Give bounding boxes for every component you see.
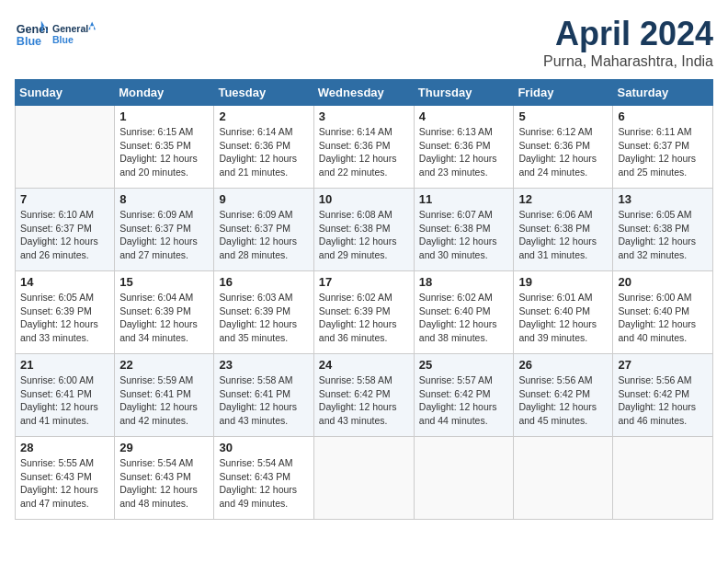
day-number: 28 (20, 441, 109, 454)
calendar-cell: 6Sunrise: 6:11 AM Sunset: 6:37 PM Daylig… (613, 106, 713, 189)
header-day-saturday: Saturday (613, 80, 713, 106)
calendar-cell: 14Sunrise: 6:05 AM Sunset: 6:39 PM Dayli… (16, 271, 115, 354)
day-number: 16 (219, 275, 308, 289)
day-info: Sunrise: 6:02 AM Sunset: 6:39 PM Dayligh… (319, 291, 409, 345)
calendar-week-4: 21Sunrise: 6:00 AM Sunset: 6:41 PM Dayli… (16, 354, 713, 437)
day-number: 10 (319, 192, 409, 206)
day-number: 1 (119, 109, 209, 123)
day-info: Sunrise: 5:58 AM Sunset: 6:41 PM Dayligh… (219, 373, 308, 428)
calendar-cell: 19Sunrise: 6:01 AM Sunset: 6:40 PM Dayli… (514, 271, 613, 354)
calendar-cell: 11Sunrise: 6:07 AM Sunset: 6:38 PM Dayli… (414, 189, 514, 271)
day-number: 5 (518, 109, 608, 123)
day-number: 15 (119, 275, 209, 289)
calendar-cell: 26Sunrise: 5:56 AM Sunset: 6:42 PM Dayli… (514, 354, 613, 437)
day-info: Sunrise: 6:00 AM Sunset: 6:41 PM Dayligh… (20, 373, 109, 428)
calendar-cell (16, 106, 115, 189)
header-day-wednesday: Wednesday (313, 80, 414, 106)
calendar-table: SundayMondayTuesdayWednesdayThursdayFrid… (15, 79, 713, 520)
day-info: Sunrise: 6:05 AM Sunset: 6:38 PM Dayligh… (618, 208, 708, 262)
day-number: 6 (618, 109, 708, 123)
calendar-week-5: 28Sunrise: 5:55 AM Sunset: 6:43 PM Dayli… (16, 437, 713, 520)
page-header: General Blue General Blue April 2024 Pur… (15, 15, 713, 70)
day-info: Sunrise: 6:00 AM Sunset: 6:40 PM Dayligh… (618, 291, 708, 345)
calendar-cell: 4Sunrise: 6:13 AM Sunset: 6:36 PM Daylig… (414, 106, 514, 189)
day-number: 29 (119, 441, 209, 454)
day-info: Sunrise: 6:01 AM Sunset: 6:40 PM Dayligh… (518, 291, 608, 345)
calendar-cell: 8Sunrise: 6:09 AM Sunset: 6:37 PM Daylig… (115, 189, 214, 271)
calendar-body: 1Sunrise: 6:15 AM Sunset: 6:35 PM Daylig… (16, 106, 713, 520)
day-number: 26 (518, 358, 608, 372)
day-number: 13 (618, 192, 708, 206)
calendar-cell: 30Sunrise: 5:54 AM Sunset: 6:43 PM Dayli… (214, 437, 313, 520)
calendar-cell: 20Sunrise: 6:00 AM Sunset: 6:40 PM Dayli… (613, 271, 713, 354)
svg-text:Blue: Blue (52, 34, 74, 45)
day-info: Sunrise: 6:13 AM Sunset: 6:36 PM Dayligh… (419, 125, 509, 179)
day-number: 27 (618, 358, 708, 372)
day-info: Sunrise: 6:10 AM Sunset: 6:37 PM Dayligh… (20, 208, 109, 262)
calendar-cell: 22Sunrise: 5:59 AM Sunset: 6:41 PM Dayli… (115, 354, 214, 437)
day-info: Sunrise: 6:14 AM Sunset: 6:36 PM Dayligh… (219, 125, 308, 179)
day-info: Sunrise: 6:06 AM Sunset: 6:38 PM Dayligh… (518, 208, 608, 262)
calendar-cell: 24Sunrise: 5:58 AM Sunset: 6:42 PM Dayli… (313, 354, 414, 437)
calendar-cell: 17Sunrise: 6:02 AM Sunset: 6:39 PM Dayli… (313, 271, 414, 354)
calendar-cell (613, 437, 713, 520)
calendar-cell: 12Sunrise: 6:06 AM Sunset: 6:38 PM Dayli… (514, 189, 613, 271)
calendar-cell: 18Sunrise: 6:02 AM Sunset: 6:40 PM Dayli… (414, 271, 514, 354)
calendar-cell: 3Sunrise: 6:14 AM Sunset: 6:36 PM Daylig… (313, 106, 414, 189)
logo-icon: General Blue (15, 17, 48, 50)
day-info: Sunrise: 5:57 AM Sunset: 6:42 PM Dayligh… (419, 373, 509, 428)
calendar-cell (414, 437, 514, 520)
day-number: 30 (219, 441, 308, 454)
day-info: Sunrise: 6:04 AM Sunset: 6:39 PM Dayligh… (119, 291, 209, 345)
header-day-monday: Monday (115, 80, 214, 106)
day-number: 21 (20, 358, 109, 372)
day-number: 14 (20, 275, 109, 289)
day-info: Sunrise: 5:54 AM Sunset: 6:43 PM Dayligh… (119, 456, 209, 511)
calendar-cell (514, 437, 613, 520)
calendar-cell: 5Sunrise: 6:12 AM Sunset: 6:36 PM Daylig… (514, 106, 613, 189)
calendar-cell: 2Sunrise: 6:14 AM Sunset: 6:36 PM Daylig… (214, 106, 313, 189)
calendar-cell: 29Sunrise: 5:54 AM Sunset: 6:43 PM Dayli… (115, 437, 214, 520)
svg-marker-5 (88, 22, 96, 30)
day-info: Sunrise: 6:15 AM Sunset: 6:35 PM Dayligh… (119, 125, 209, 179)
day-number: 25 (419, 358, 509, 372)
generalblue-logo-svg: General Blue (51, 15, 96, 52)
day-number: 4 (419, 109, 509, 123)
calendar-header-row: SundayMondayTuesdayWednesdayThursdayFrid… (16, 80, 713, 106)
day-number: 9 (219, 192, 308, 206)
day-number: 23 (219, 358, 308, 372)
calendar-cell: 23Sunrise: 5:58 AM Sunset: 6:41 PM Dayli… (214, 354, 313, 437)
month-title: April 2024 (543, 15, 713, 53)
calendar-cell: 7Sunrise: 6:10 AM Sunset: 6:37 PM Daylig… (16, 189, 115, 271)
calendar-week-1: 1Sunrise: 6:15 AM Sunset: 6:35 PM Daylig… (16, 106, 713, 189)
day-number: 24 (319, 358, 409, 372)
header-day-sunday: Sunday (16, 80, 115, 106)
day-number: 3 (319, 109, 409, 123)
day-number: 18 (419, 275, 509, 289)
day-info: Sunrise: 5:56 AM Sunset: 6:42 PM Dayligh… (518, 373, 608, 428)
title-block: April 2024 Purna, Maharashtra, India (543, 15, 713, 70)
calendar-week-3: 14Sunrise: 6:05 AM Sunset: 6:39 PM Dayli… (16, 271, 713, 354)
day-info: Sunrise: 6:08 AM Sunset: 6:38 PM Dayligh… (319, 208, 409, 262)
day-info: Sunrise: 6:12 AM Sunset: 6:36 PM Dayligh… (518, 125, 608, 179)
logo: General Blue General Blue (15, 15, 96, 52)
day-number: 11 (419, 192, 509, 206)
day-info: Sunrise: 6:02 AM Sunset: 6:40 PM Dayligh… (419, 291, 509, 345)
header-day-friday: Friday (514, 80, 613, 106)
calendar-cell (313, 437, 414, 520)
day-number: 19 (518, 275, 608, 289)
day-number: 17 (319, 275, 409, 289)
header-day-thursday: Thursday (414, 80, 514, 106)
day-number: 2 (219, 109, 308, 123)
day-info: Sunrise: 6:09 AM Sunset: 6:37 PM Dayligh… (119, 208, 209, 262)
day-info: Sunrise: 5:58 AM Sunset: 6:42 PM Dayligh… (319, 373, 409, 428)
calendar-cell: 25Sunrise: 5:57 AM Sunset: 6:42 PM Dayli… (414, 354, 514, 437)
calendar-cell: 28Sunrise: 5:55 AM Sunset: 6:43 PM Dayli… (16, 437, 115, 520)
location: Purna, Maharashtra, India (543, 53, 713, 70)
calendar-cell: 9Sunrise: 6:09 AM Sunset: 6:37 PM Daylig… (214, 189, 313, 271)
day-number: 20 (618, 275, 708, 289)
day-number: 7 (20, 192, 109, 206)
calendar-cell: 27Sunrise: 5:56 AM Sunset: 6:42 PM Dayli… (613, 354, 713, 437)
svg-text:Blue: Blue (17, 35, 41, 48)
day-number: 22 (119, 358, 209, 372)
